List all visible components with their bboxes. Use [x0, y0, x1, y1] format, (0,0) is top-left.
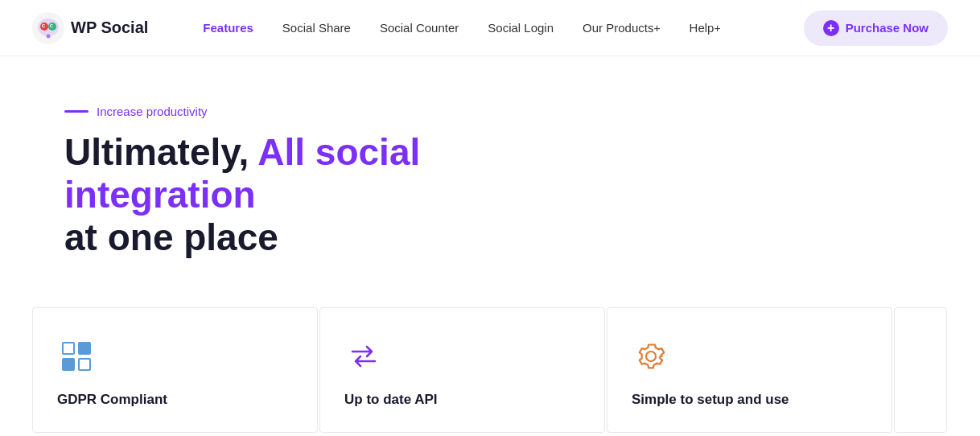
gdpr-icon — [57, 337, 96, 376]
plus-icon: + — [823, 20, 839, 36]
nav-item-social-counter[interactable]: Social Counter — [365, 0, 473, 56]
feature-card-gdpr: GDPR Compliant — [32, 307, 318, 433]
hero-section: Increase productivity Ultimately, All so… — [0, 56, 980, 291]
svg-point-7 — [43, 25, 45, 27]
setup-icon — [632, 337, 670, 376]
gdpr-card-title: GDPR Compliant — [57, 392, 293, 408]
feature-card-extra — [894, 307, 947, 433]
gdpr-sq-tr — [78, 342, 91, 355]
gdpr-sq-bl — [62, 358, 75, 371]
gdpr-sq-br — [78, 358, 91, 371]
api-card-title: Up to date API — [344, 392, 580, 408]
nav-links: Features Social Share Social Counter Soc… — [188, 0, 803, 56]
api-arrows-icon — [344, 337, 383, 376]
nav-item-our-products[interactable]: Our Products — [568, 0, 675, 56]
feature-cards-section: GDPR Compliant Up to date API Simple to … — [0, 291, 980, 433]
feature-card-setup: Simple to setup and use — [607, 307, 892, 433]
api-icon — [344, 337, 383, 376]
feature-card-api: Up to date API — [319, 307, 605, 433]
nav-item-features[interactable]: Features — [188, 0, 268, 56]
hero-tag-text: Increase productivity — [97, 105, 208, 118]
setup-card-title: Simple to setup and use — [632, 392, 867, 408]
logo-text: WP Social — [71, 19, 148, 37]
nav-item-social-share[interactable]: Social Share — [268, 0, 365, 56]
nav-item-social-login[interactable]: Social Login — [473, 0, 568, 56]
logo-icon — [32, 12, 64, 44]
svg-point-4 — [47, 34, 51, 38]
gdpr-sq-tl — [62, 342, 75, 355]
logo[interactable]: WP Social — [32, 12, 148, 44]
tag-line-decoration — [64, 110, 89, 113]
hero-tag: Increase productivity — [64, 105, 916, 118]
purchase-now-button[interactable]: + Purchase Now — [804, 10, 948, 46]
gear-icon — [632, 337, 670, 376]
navbar: WP Social Features Social Share Social C… — [0, 0, 980, 56]
nav-item-help[interactable]: Help — [675, 0, 735, 56]
svg-point-8 — [51, 25, 53, 27]
hero-title: Ultimately, All social integration at on… — [64, 131, 579, 259]
